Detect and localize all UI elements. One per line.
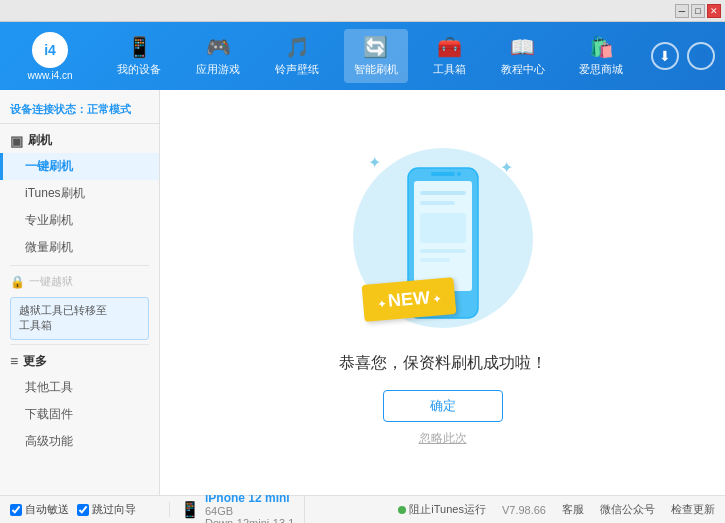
header: i4 www.i4.cn 📱 我的设备 🎮 应用游戏 🎵 铃声壁纸 🔄 智能刷机… — [0, 22, 725, 90]
download-button[interactable]: ⬇ — [651, 42, 679, 70]
lock-icon: 🔒 — [10, 275, 25, 289]
bottom-bar: 自动敏送 跳过向导 📱 iPhone 12 mini 64GB Down-12m… — [0, 495, 725, 523]
auto-send-checkbox[interactable]: 自动敏送 — [10, 502, 69, 517]
device-text: iPhone 12 mini 64GB Down-12mini-13.1 — [205, 491, 294, 524]
wallpaper-icon: 🎵 — [285, 35, 310, 59]
sidebar-item-pro-flash[interactable]: 专业刷机 — [0, 207, 159, 234]
nav-smart-shop-label: 智能刷机 — [354, 62, 398, 77]
nav-shop-label: 爱思商城 — [579, 62, 623, 77]
customer-service-link[interactable]: 客服 — [562, 502, 584, 517]
version-label: V7.98.66 — [502, 504, 546, 516]
bottom-device-section: 📱 iPhone 12 mini 64GB Down-12mini-13.1 — [170, 491, 305, 524]
nav-my-device-label: 我的设备 — [117, 62, 161, 77]
check-update-link[interactable]: 检查更新 — [671, 502, 715, 517]
main-content: ✦ ✦ NEW — [160, 90, 725, 495]
nav-wallpaper[interactable]: 🎵 铃声壁纸 — [265, 29, 329, 83]
itunes-status: 阻止iTunes运行 — [398, 502, 486, 517]
auto-send-label: 自动敏送 — [25, 502, 69, 517]
user-button[interactable]: 👤 — [687, 42, 715, 70]
nav-tutorial[interactable]: 📖 教程中心 — [491, 29, 555, 83]
skip-wizard-checkbox[interactable]: 跳过向导 — [77, 502, 136, 517]
sidebar-item-download-fw[interactable]: 下载固件 — [0, 401, 159, 428]
user-icon: 👤 — [693, 48, 710, 64]
more-label: 更多 — [23, 353, 47, 370]
phone-illustration: ✦ ✦ NEW — [343, 138, 543, 338]
device-os: Down-12mini-13.1 — [205, 517, 294, 524]
bottom-left: 自动敏送 跳过向导 — [10, 502, 170, 517]
nav-app-games-label: 应用游戏 — [196, 62, 240, 77]
itunes-status-label: 阻止iTunes运行 — [409, 502, 486, 517]
sparkle-2: ✦ — [500, 158, 513, 177]
new-badge: NEW — [361, 277, 456, 322]
success-text: 恭喜您，保资料刷机成功啦！ — [339, 353, 547, 374]
sidebar-divider-1 — [10, 265, 149, 266]
shop-icon: 🛍️ — [589, 35, 614, 59]
sidebar-item-micro-flash[interactable]: 微量刷机 — [0, 234, 159, 261]
sidebar-divider-2 — [10, 344, 149, 345]
toolbox-icon: 🧰 — [437, 35, 462, 59]
svg-rect-8 — [420, 249, 466, 253]
svg-rect-9 — [420, 258, 450, 262]
nav-tutorial-label: 教程中心 — [501, 62, 545, 77]
wechat-public-link[interactable]: 微信公众号 — [600, 502, 655, 517]
flash-section: ▣ 刷机 一键刷机 iTunes刷机 专业刷机 微量刷机 — [0, 128, 159, 261]
smart-shop-icon: 🔄 — [363, 35, 388, 59]
nav-app-games[interactable]: 🎮 应用游戏 — [186, 29, 250, 83]
logo-icon: i4 — [32, 32, 68, 68]
locked-jailbreak: 🔒 一键越狱 — [0, 270, 159, 293]
status-label: 设备连接状态： — [10, 103, 87, 115]
flash-section-icon: ▣ — [10, 133, 23, 149]
device-phone-icon: 📱 — [180, 500, 200, 519]
jailbreak-notice: 越狱工具已转移至工具箱 — [10, 297, 149, 340]
connection-status: 设备连接状态：正常模式 — [0, 98, 159, 124]
auto-send-input[interactable] — [10, 504, 22, 516]
sidebar-item-itunes-flash[interactable]: iTunes刷机 — [0, 180, 159, 207]
skip-wizard-label: 跳过向导 — [92, 502, 136, 517]
header-right: ⬇ 👤 — [651, 42, 715, 70]
nav-shop[interactable]: 🛍️ 爱思商城 — [569, 29, 633, 83]
logo-subtitle: www.i4.cn — [27, 70, 72, 81]
app-games-icon: 🎮 — [206, 35, 231, 59]
flash-section-label: 刷机 — [28, 132, 52, 149]
confirm-button[interactable]: 确定 — [383, 390, 503, 422]
download-icon: ⬇ — [659, 48, 671, 64]
device-storage: 64GB — [205, 505, 294, 517]
more-section-header: ≡ 更多 — [0, 349, 159, 374]
sidebar: 设备连接状态：正常模式 ▣ 刷机 一键刷机 iTunes刷机 专业刷机 微量刷机… — [0, 90, 160, 495]
svg-rect-6 — [420, 201, 455, 205]
svg-rect-5 — [420, 191, 466, 195]
skip-wizard-input[interactable] — [77, 504, 89, 516]
sidebar-item-onekey-flash[interactable]: 一键刷机 — [0, 153, 159, 180]
svg-rect-3 — [431, 172, 455, 176]
title-bar: ─ □ ✕ — [0, 0, 725, 22]
nav-toolbox[interactable]: 🧰 工具箱 — [423, 29, 476, 83]
nav-my-device[interactable]: 📱 我的设备 — [107, 29, 171, 83]
bottom-right: 阻止iTunes运行 V7.98.66 客服 微信公众号 检查更新 — [398, 502, 715, 517]
sparkle-1: ✦ — [368, 153, 381, 172]
main-layout: 设备连接状态：正常模式 ▣ 刷机 一键刷机 iTunes刷机 专业刷机 微量刷机… — [0, 90, 725, 495]
nav-wallpaper-label: 铃声壁纸 — [275, 62, 319, 77]
window-controls: ─ □ ✕ — [675, 4, 721, 18]
status-value: 正常模式 — [87, 103, 131, 115]
more-icon: ≡ — [10, 353, 18, 369]
minimize-button[interactable]: ─ — [675, 4, 689, 18]
sidebar-item-advanced[interactable]: 高级功能 — [0, 428, 159, 455]
itunes-dot — [398, 506, 406, 514]
ignore-link[interactable]: 忽略此次 — [419, 430, 467, 447]
nav-smart-shop[interactable]: 🔄 智能刷机 — [344, 29, 408, 83]
nav-items: 📱 我的设备 🎮 应用游戏 🎵 铃声壁纸 🔄 智能刷机 🧰 工具箱 📖 教程中心… — [100, 29, 641, 83]
svg-rect-7 — [420, 213, 466, 243]
tutorial-icon: 📖 — [510, 35, 535, 59]
flash-section-header: ▣ 刷机 — [0, 128, 159, 153]
maximize-button[interactable]: □ — [691, 4, 705, 18]
my-device-icon: 📱 — [127, 35, 152, 59]
locked-label: 一键越狱 — [29, 274, 73, 289]
logo-area[interactable]: i4 www.i4.cn — [10, 32, 90, 81]
nav-toolbox-label: 工具箱 — [433, 62, 466, 77]
svg-point-4 — [457, 172, 461, 176]
close-button[interactable]: ✕ — [707, 4, 721, 18]
sidebar-item-other-tools[interactable]: 其他工具 — [0, 374, 159, 401]
